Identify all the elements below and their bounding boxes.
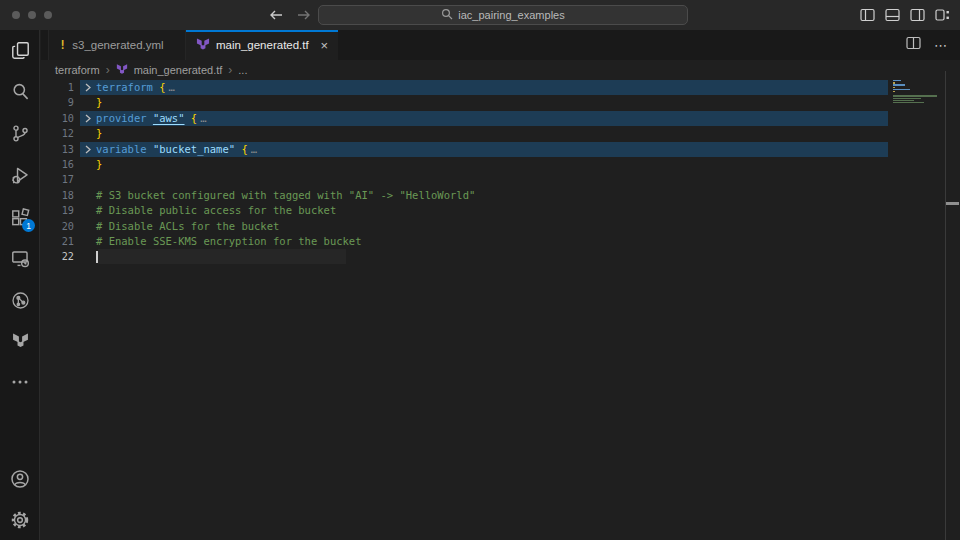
- line-number[interactable]: 21: [40, 234, 74, 249]
- window-controls[interactable]: [12, 11, 52, 19]
- search-view-icon[interactable]: [0, 74, 40, 108]
- code-line[interactable]: 12}: [40, 126, 960, 141]
- code-text: provider "aws" {…: [96, 111, 207, 126]
- customize-layout-icon[interactable]: [935, 8, 950, 22]
- minimap-line: [893, 87, 895, 88]
- code-text: }: [96, 157, 102, 172]
- fold-gutter: [80, 126, 96, 141]
- fold-chevron-icon[interactable]: [80, 142, 96, 157]
- line-number[interactable]: 13: [40, 142, 74, 157]
- code-line[interactable]: 13variable "bucket_name" {…: [40, 142, 960, 157]
- code-line[interactable]: 20# Disable ACLs for the bucket: [40, 219, 960, 234]
- tab-s3-generated-yml[interactable]: ! s3_generated.yml: [48, 30, 186, 60]
- activity-bar: 1: [0, 30, 40, 540]
- token-brace: {: [241, 142, 247, 157]
- line-number[interactable]: 22: [40, 249, 74, 264]
- source-control-icon[interactable]: [0, 116, 40, 150]
- window-maximize-icon[interactable]: [44, 11, 52, 19]
- window-close-icon[interactable]: [12, 11, 20, 19]
- fold-chevron-icon[interactable]: [80, 80, 96, 95]
- code-line[interactable]: 19# Disable public access for the bucket: [40, 203, 960, 218]
- minimap-line: [893, 82, 895, 83]
- line-number[interactable]: 18: [40, 188, 74, 203]
- code-line[interactable]: 17: [40, 172, 960, 187]
- fold-gutter: [80, 234, 96, 249]
- minimap-line: [893, 84, 905, 85]
- line-number[interactable]: 16: [40, 157, 74, 172]
- token-fold: …: [251, 142, 257, 157]
- settings-gear-icon[interactable]: [0, 503, 40, 537]
- code-editor[interactable]: 1terraform {…9}10provider "aws" {…12}13v…: [40, 80, 960, 540]
- fold-gutter: [80, 95, 96, 110]
- token-brace: {: [191, 111, 197, 126]
- minimap-line: [893, 102, 924, 103]
- breadcrumb: terraform › main_generated.tf › ...: [41, 60, 960, 80]
- code-text: # Disable public access for the bucket: [96, 203, 336, 218]
- token-string: "bucket_name": [153, 142, 235, 157]
- terraform-view-icon[interactable]: [0, 324, 40, 358]
- token-brace: }: [96, 157, 102, 172]
- breadcrumb-file[interactable]: main_generated.tf: [134, 64, 223, 76]
- account-icon[interactable]: [0, 462, 40, 496]
- token-fold: …: [200, 111, 206, 126]
- back-icon[interactable]: [268, 8, 284, 22]
- line-number[interactable]: 12: [40, 126, 74, 141]
- line-number[interactable]: 1: [40, 80, 74, 95]
- code-text: [96, 249, 346, 264]
- more-actions-icon[interactable]: ⋯: [934, 38, 948, 53]
- toggle-secondary-sidebar-icon[interactable]: [910, 8, 925, 22]
- window-minimize-icon[interactable]: [28, 11, 36, 19]
- breadcrumb-folder[interactable]: terraform: [55, 64, 100, 76]
- minimap-line: [893, 91, 895, 92]
- more-views-icon[interactable]: [0, 365, 40, 399]
- token-brace: {: [159, 80, 165, 95]
- code-text: # Enable SSE-KMS encryption for the buck…: [96, 234, 362, 249]
- code-text: terraform {…: [96, 80, 175, 95]
- current-line-shade: [98, 249, 346, 264]
- run-debug-icon[interactable]: [0, 158, 40, 192]
- search-text: iac_pairing_examples: [458, 9, 564, 21]
- line-number[interactable]: 20: [40, 219, 74, 234]
- fold-gutter: [80, 203, 96, 218]
- code-text: # Disable ACLs for the bucket: [96, 219, 279, 234]
- token-string: "aws": [153, 111, 185, 126]
- breadcrumb-symbol[interactable]: ...: [238, 64, 247, 76]
- overview-ruler-marker: [946, 202, 959, 205]
- code-line[interactable]: 22: [40, 249, 960, 264]
- minimap-line: [893, 98, 921, 99]
- code-line[interactable]: 9}: [40, 95, 960, 110]
- code-line[interactable]: 16}: [40, 157, 960, 172]
- explorer-icon[interactable]: [0, 33, 40, 67]
- line-number[interactable]: 10: [40, 111, 74, 126]
- titlebar: iac_pairing_examples: [0, 0, 960, 30]
- fold-gutter: [80, 219, 96, 234]
- split-editor-icon[interactable]: [906, 36, 921, 54]
- gitlens-icon[interactable]: [0, 283, 40, 317]
- minimap-line: [893, 89, 910, 90]
- yaml-file-icon: !: [59, 38, 66, 52]
- token-comment: # S3 bucket configured with tagged with …: [96, 188, 475, 203]
- forward-icon[interactable]: [296, 8, 312, 22]
- code-text: }: [96, 126, 102, 141]
- code-line[interactable]: 18# S3 bucket configured with tagged wit…: [40, 188, 960, 203]
- tab-close-icon[interactable]: ×: [320, 39, 328, 52]
- tab-bar: ! s3_generated.yml main_generated.tf × ⋯: [41, 30, 960, 60]
- fold-chevron-icon[interactable]: [80, 111, 96, 126]
- tab-main-generated-tf[interactable]: main_generated.tf ×: [186, 30, 338, 60]
- tab-label: s3_generated.yml: [72, 39, 163, 51]
- code-line[interactable]: 21# Enable SSE-KMS encryption for the bu…: [40, 234, 960, 249]
- code-line[interactable]: 1terraform {…: [40, 80, 960, 95]
- line-number[interactable]: 9: [40, 95, 74, 110]
- token-comment: # Disable ACLs for the bucket: [96, 219, 279, 234]
- command-center-search[interactable]: iac_pairing_examples: [318, 5, 688, 25]
- fold-gutter: [80, 157, 96, 172]
- extensions-icon[interactable]: 1: [0, 200, 40, 234]
- code-line[interactable]: 10provider "aws" {…: [40, 111, 960, 126]
- line-number[interactable]: 17: [40, 172, 74, 187]
- remote-explorer-icon[interactable]: [0, 241, 40, 275]
- minimap[interactable]: [893, 80, 943, 106]
- line-number[interactable]: 19: [40, 203, 74, 218]
- token-comment: # Enable SSE-KMS encryption for the buck…: [96, 234, 362, 249]
- toggle-primary-sidebar-icon[interactable]: [860, 8, 875, 22]
- toggle-panel-icon[interactable]: [885, 8, 900, 22]
